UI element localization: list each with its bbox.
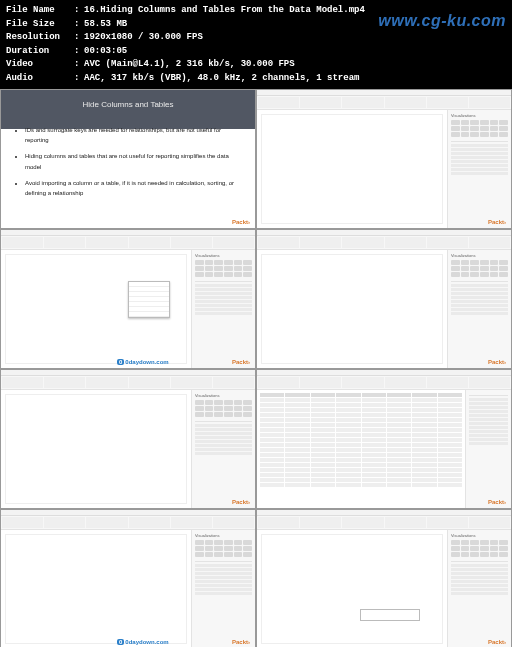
packt-brand: Packt›: [232, 499, 250, 505]
packt-brand: Packt›: [488, 359, 506, 365]
thumb-app: Visualizations Packt›: [0, 369, 256, 509]
slide-bullet: Avoid importing a column or a table, if …: [25, 178, 243, 198]
packt-brand: Packt›: [232, 359, 250, 365]
site-watermark: www.cg-ku.com: [378, 12, 506, 30]
right-panel: Visualizations: [447, 110, 511, 228]
slide-title: Hide Columns and Tables: [1, 90, 255, 109]
slide-bullets: IDs and surrogate keys are needed for re…: [1, 109, 255, 204]
report-canvas: [261, 534, 443, 644]
thumb-app: Visualizations 00daydown.com Packt›: [0, 229, 256, 369]
data-grid: [257, 390, 465, 508]
packt-brand: Packt›: [488, 499, 506, 505]
report-canvas: [5, 534, 187, 644]
packt-brand: Packt›: [232, 639, 250, 645]
meta-row-video: Video : AVC (Main@L4.1), 2 316 kb/s, 30.…: [6, 58, 506, 72]
thumb-slide: Hide Columns and Tables IDs and surrogat…: [0, 89, 256, 229]
ribbon: [257, 96, 511, 110]
viz-panel-head: Visualizations: [451, 113, 508, 118]
meta-label: File Name: [6, 4, 74, 18]
thumbnail-grid: Hide Columns and Tables IDs and surrogat…: [0, 89, 512, 647]
meta-row-resolution: Resolution : 1920x1080 / 30.000 FPS: [6, 31, 506, 45]
meta-row-duration: Duration : 00:03:05: [6, 45, 506, 59]
thumb-app: Visualizations 00daydown.com Packt›: [0, 509, 256, 647]
slide-bullet: IDs and surrogate keys are needed for re…: [25, 125, 243, 145]
zdaydown-watermark: 00daydown.com: [117, 639, 169, 645]
thumb-app: Visualizations Packt›: [256, 89, 512, 229]
tooltip: [360, 609, 420, 621]
packt-brand: Packt›: [232, 219, 250, 225]
zdaydown-watermark: 00daydown.com: [117, 359, 169, 365]
report-canvas: [5, 394, 187, 504]
report-canvas: [261, 254, 443, 364]
thumb-app-data: Packt›: [256, 369, 512, 509]
report-canvas: [5, 254, 187, 364]
report-canvas: [261, 114, 443, 224]
context-menu: [128, 281, 170, 318]
packt-brand: Packt›: [488, 639, 506, 645]
packt-brand: Packt›: [488, 219, 506, 225]
thumb-app: Visualizations Packt›: [256, 229, 512, 369]
meta-row-audio: Audio : AAC, 317 kb/s (VBR), 48.0 kHz, 2…: [6, 72, 506, 86]
slide-bullet: Hiding columns and tables that are not u…: [25, 151, 243, 171]
thumb-app: Visualizations Packt›: [256, 509, 512, 647]
